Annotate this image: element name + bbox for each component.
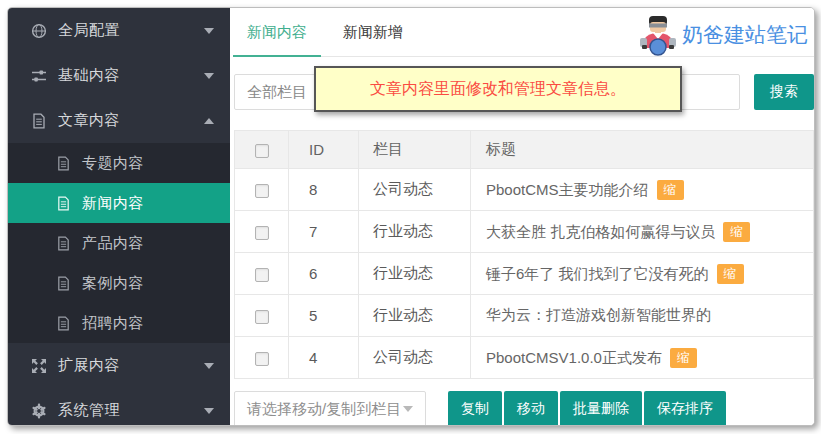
column-header-title: 标题: [471, 131, 814, 169]
sidebar-item-label: 系统管理: [58, 401, 204, 420]
tab-news-add[interactable]: 新闻新增: [329, 23, 417, 56]
cell-category: 行业动态: [359, 295, 471, 337]
main-content: 奶爸建站笔记 新闻内容 新闻新增 全部栏目 搜索 文章内容里面修改和管理文章信息…: [230, 8, 814, 425]
user-avatar: [637, 14, 679, 56]
cell-category: 公司动态: [359, 169, 471, 211]
batch-buttons: 复制 移动 批量删除 保存排序: [448, 391, 726, 425]
document-icon: [31, 113, 47, 129]
row-checkbox[interactable]: [255, 184, 269, 198]
category-select-value: 全部栏目: [247, 83, 307, 102]
thumbnail-badge: 缩: [723, 222, 750, 242]
document-icon: [56, 236, 71, 251]
chevron-up-icon: [204, 118, 214, 124]
sidebar-item-label: 扩展内容: [58, 356, 204, 375]
table-header-row: ID 栏目 标题: [235, 131, 814, 169]
cell-title: PbootCMSV1.0.0正式发布缩: [471, 337, 814, 379]
cell-title: PbootCMS主要功能介绍缩: [471, 169, 814, 211]
sidebar-item-global-config[interactable]: 全局配置: [8, 8, 230, 53]
thumbnail-badge: 缩: [717, 264, 744, 284]
cell-id: 5: [289, 295, 359, 337]
globe-icon: [31, 23, 47, 39]
sidebar-item-extend-content[interactable]: 扩展内容: [8, 343, 230, 388]
table-row: 8 公司动态 PbootCMS主要功能介绍缩: [235, 169, 814, 211]
row-checkbox[interactable]: [255, 226, 269, 240]
chevron-down-icon: [204, 408, 214, 414]
gear-icon: [31, 403, 47, 419]
sliders-icon: [31, 68, 47, 84]
document-icon: [56, 316, 71, 331]
screenshot: 全局配置 基础内容 文章内容: [0, 0, 821, 434]
sidebar-item-basic-content[interactable]: 基础内容: [8, 53, 230, 98]
watermark: 奶爸建站笔记: [637, 14, 808, 56]
chevron-down-icon: [204, 363, 214, 369]
table-row: 7 行业动态 大获全胜 扎克伯格如何赢得与议员缩: [235, 211, 814, 253]
sidebar-item-label: 招聘内容: [82, 314, 214, 333]
expand-icon: [31, 358, 47, 374]
chevron-down-icon: [403, 406, 413, 412]
cell-category: 行业动态: [359, 253, 471, 295]
tab-news-list[interactable]: 新闻内容: [233, 23, 321, 56]
cell-id: 6: [289, 253, 359, 295]
sidebar-item-product-content[interactable]: 产品内容: [8, 223, 230, 263]
sidebar-item-label: 基础内容: [58, 66, 204, 85]
batch-delete-button[interactable]: 批量删除: [560, 391, 642, 425]
sidebar-item-news-content[interactable]: 新闻内容: [8, 183, 230, 223]
sidebar-item-label: 案例内容: [82, 274, 214, 293]
row-checkbox[interactable]: [255, 268, 269, 282]
thumbnail-badge: 缩: [670, 348, 697, 368]
sidebar-submenu: 专题内容 新闻内容 产品内容: [8, 143, 230, 343]
cell-id: 4: [289, 337, 359, 379]
document-icon: [56, 196, 71, 211]
batch-action-bar: 请选择移动/复制到栏目 复制 移动 批量删除 保存排序: [234, 391, 814, 425]
sidebar-item-label: 文章内容: [58, 111, 204, 130]
chevron-down-icon: [204, 73, 214, 79]
chevron-down-icon: [204, 28, 214, 34]
cell-category: 行业动态: [359, 211, 471, 253]
row-checkbox[interactable]: [255, 310, 269, 324]
column-header-category: 栏目: [359, 131, 471, 169]
document-icon: [56, 276, 71, 291]
watermark-text: 奶爸建站笔记: [682, 21, 808, 49]
move-copy-select-placeholder: 请选择移动/复制到栏目: [247, 400, 401, 419]
sidebar: 全局配置 基础内容 文章内容: [8, 8, 230, 425]
move-button[interactable]: 移动: [504, 391, 558, 425]
annotation-tooltip: 文章内容里面修改和管理文章信息。: [314, 66, 682, 112]
cell-title: 锤子6年了 我们找到了它没有死的缩: [471, 253, 814, 295]
save-sort-button[interactable]: 保存排序: [644, 391, 726, 425]
cell-title: 大获全胜 扎克伯格如何赢得与议员缩: [471, 211, 814, 253]
table-row: 4 公司动态 PbootCMSV1.0.0正式发布缩: [235, 337, 814, 379]
app-window: 全局配置 基础内容 文章内容: [7, 7, 815, 426]
sidebar-item-topic-content[interactable]: 专题内容: [8, 143, 230, 183]
table-row: 6 行业动态 锤子6年了 我们找到了它没有死的缩: [235, 253, 814, 295]
sidebar-item-case-content[interactable]: 案例内容: [8, 263, 230, 303]
sidebar-item-label: 新闻内容: [82, 194, 214, 213]
articles-table: ID 栏目 标题 8 公司动态 PbootCMS主要功能介绍缩 7: [234, 130, 814, 379]
sidebar-item-system-manage[interactable]: 系统管理: [8, 388, 230, 426]
move-copy-select[interactable]: 请选择移动/复制到栏目: [234, 391, 426, 425]
sidebar-item-label: 全局配置: [58, 21, 204, 40]
cell-category: 公司动态: [359, 337, 471, 379]
thumbnail-badge: 缩: [657, 180, 684, 200]
select-all-checkbox[interactable]: [255, 144, 269, 158]
sidebar-item-label: 产品内容: [82, 234, 214, 253]
copy-button[interactable]: 复制: [448, 391, 502, 425]
cell-title: 华为云：打造游戏创新智能世界的: [471, 295, 814, 337]
search-button[interactable]: 搜索: [754, 74, 814, 110]
sidebar-item-article-content[interactable]: 文章内容: [8, 98, 230, 143]
column-header-id: ID: [289, 131, 359, 169]
document-icon: [56, 156, 71, 171]
cell-id: 7: [289, 211, 359, 253]
sidebar-item-recruit-content[interactable]: 招聘内容: [8, 303, 230, 343]
sidebar-item-label: 专题内容: [82, 154, 214, 173]
cell-id: 8: [289, 169, 359, 211]
row-checkbox[interactable]: [255, 352, 269, 366]
table-row: 5 行业动态 华为云：打造游戏创新智能世界的: [235, 295, 814, 337]
